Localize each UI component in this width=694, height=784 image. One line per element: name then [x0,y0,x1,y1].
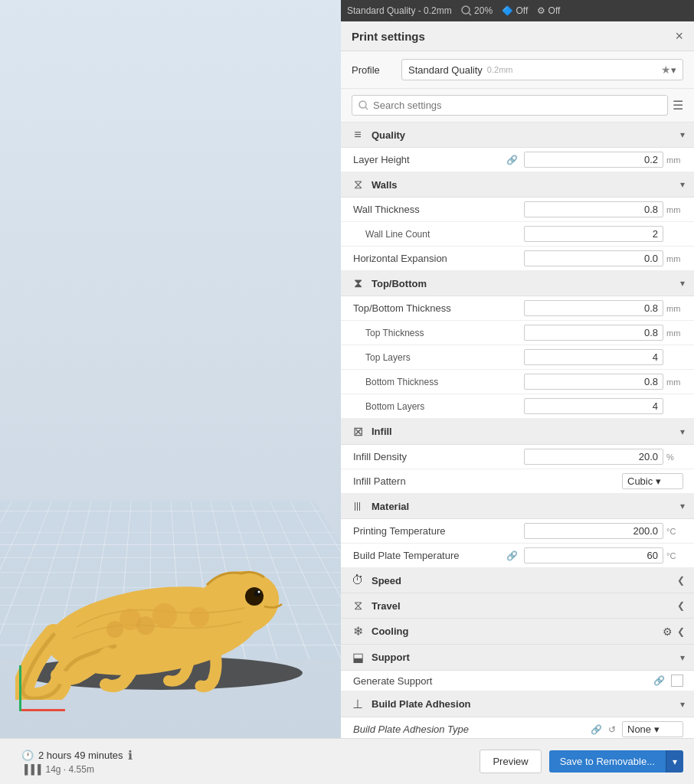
material-bar-icon: ▐▐▐ [21,764,41,775]
quality-section-title: Quality [372,129,405,141]
walls-section-title: Walls [372,179,397,191]
topbottom-section-header[interactable]: ⧗ Top/Bottom ▾ [341,271,694,296]
opt2-label: ⚙ Off [537,5,560,16]
wall-line-count-row: Wall Line Count [341,222,694,247]
cooling-icon: ❄ [350,624,365,639]
plate-temp-input[interactable] [524,547,663,564]
preview-button[interactable]: Preview [480,750,541,773]
wall-thickness-row: Wall Thickness mm [341,198,694,222]
adhesion-type-select[interactable]: None ▾ [622,721,683,737]
wall-thickness-unit: mm [666,205,683,214]
x-axis [19,709,65,711]
top-thickness-unit: mm [666,328,683,338]
profile-name: Standard Quality [408,64,483,76]
cooling-gear-icon[interactable]: ⚙ [663,626,673,638]
buildplate-section-header[interactable]: ⊥ Build Plate Adhesion ▾ [341,691,694,717]
infill-section-header[interactable]: ⊠ Infill ▾ [341,419,694,445]
walls-section-header[interactable]: ⧖ Walls ▾ [341,172,694,198]
support-section-header[interactable]: ⬓ Support ▾ [341,645,694,671]
travel-icon: ⧖ [350,599,365,612]
infill-caret-icon[interactable]: ▾ [680,426,685,437]
horizontal-expansion-unit: mm [666,254,683,263]
close-button[interactable]: × [675,29,683,43]
speed-caret-icon[interactable]: ❮ [677,575,685,586]
infill-density-label: Infill Density [353,451,524,462]
wall-thickness-input[interactable] [524,201,663,217]
star-icon[interactable]: ★ [661,64,671,76]
topbottom-caret-icon[interactable]: ▾ [680,278,685,289]
svg-point-10 [136,616,155,635]
adhesion-type-reset-icon[interactable]: ↺ [608,724,616,735]
search-input[interactable] [373,100,661,111]
horizontal-expansion-input[interactable] [524,250,663,266]
infill-pattern-value: Cubic [627,475,653,487]
topbottom-section-title: Top/Bottom [372,278,427,289]
top-layers-label: Top Layers [353,352,524,363]
infill-pattern-select[interactable]: Cubic ▾ [622,473,683,489]
bottombar: 🕐 2 hours 49 minutes ℹ ▐▐▐ 14g · 4.55m P… [0,738,694,784]
support-caret-icon[interactable]: ▾ [680,652,685,663]
quality-icon: ≡ [350,128,365,142]
top-thickness-label: Top Thickness [353,328,524,338]
wall-line-count-input[interactable] [524,226,663,242]
profile-select[interactable]: Standard Quality 0.2mm ★ ▾ [401,59,683,80]
print-temp-input[interactable] [524,523,663,539]
bottom-thickness-row: Bottom Thickness mm [341,370,694,394]
quality-caret-icon[interactable]: ▾ [680,129,685,140]
3d-viewport[interactable] [0,0,341,784]
generate-support-checkbox[interactable] [671,675,683,687]
walls-caret-icon[interactable]: ▾ [680,179,685,190]
layer-height-row: Layer Height 🔗 mm [341,148,694,172]
panel-title: Print settings [352,30,425,43]
top-thickness-input[interactable] [524,325,663,341]
svg-line-14 [365,107,368,109]
layer-height-unit: mm [666,155,683,165]
buildplate-caret-icon[interactable]: ▾ [680,699,685,710]
svg-point-8 [189,607,209,627]
bottom-thickness-label: Bottom Thickness [353,377,524,387]
search-input-container[interactable] [352,95,668,116]
bottom-layers-input[interactable] [524,398,663,414]
support-icon: ⬓ [350,650,365,665]
quality-section-header[interactable]: ≡ Quality ▾ [341,122,694,148]
layer-height-input[interactable] [524,152,663,168]
adhesion-type-label: Build Plate Adhesion Type [353,724,591,735]
material-section-header[interactable]: ⫼ Material ▾ [341,494,694,519]
wall-line-count-label: Wall Line Count [353,229,524,240]
save-button-group: Save to Removable... ▾ [549,750,683,773]
top-layers-row: Top Layers [341,345,694,370]
material-caret-icon[interactable]: ▾ [680,501,685,511]
travel-section-header[interactable]: ⧖ Travel ❮ [341,593,694,619]
cooling-caret-icon[interactable]: ❮ [677,626,685,637]
speed-section-header[interactable]: ⏱ Speed ❮ [341,568,694,593]
bottom-thickness-input[interactable] [524,374,663,390]
hamburger-icon[interactable]: ☰ [673,98,683,113]
adhesion-type-value: None [627,724,651,735]
adhesion-type-link-icon[interactable]: 🔗 [591,724,602,735]
cooling-section-header[interactable]: ❄ Cooling ⚙ ❮ [341,619,694,645]
plate-temp-link-icon[interactable]: 🔗 [506,550,518,561]
layer-height-label: Layer Height [353,154,506,165]
generate-support-link-icon[interactable]: 🔗 [653,675,665,686]
profile-subtext: 0.2mm [487,65,513,74]
wall-thickness-label: Wall Thickness [353,204,524,215]
profile-caret-icon[interactable]: ▾ [671,64,676,76]
topbottom-thickness-input[interactable] [524,300,663,316]
cooling-section-title: Cooling [372,626,408,637]
infill-density-input[interactable] [524,449,663,465]
generate-support-label: Generate Support [353,675,591,687]
y-axis [19,665,21,711]
top-layers-input[interactable] [524,349,663,365]
horizontal-expansion-row: Horizontal Expansion mm [341,247,694,271]
infill-section-title: Infill [372,426,392,437]
travel-caret-icon[interactable]: ❮ [677,600,685,611]
print-temp-unit: °C [666,527,683,536]
bottom-layers-label: Bottom Layers [353,401,524,412]
layer-height-link-icon[interactable]: 🔗 [506,155,518,165]
save-button[interactable]: Save to Removable... [549,750,666,773]
save-caret-button[interactable]: ▾ [666,750,683,773]
svg-point-11 [462,6,470,14]
settings-scroll[interactable]: ≡ Quality ▾ Layer Height 🔗 mm ⧖ Walls ▾ … [341,122,694,749]
info-icon[interactable]: ℹ [128,748,133,763]
opt1-label: 🔷 Off [502,5,528,16]
